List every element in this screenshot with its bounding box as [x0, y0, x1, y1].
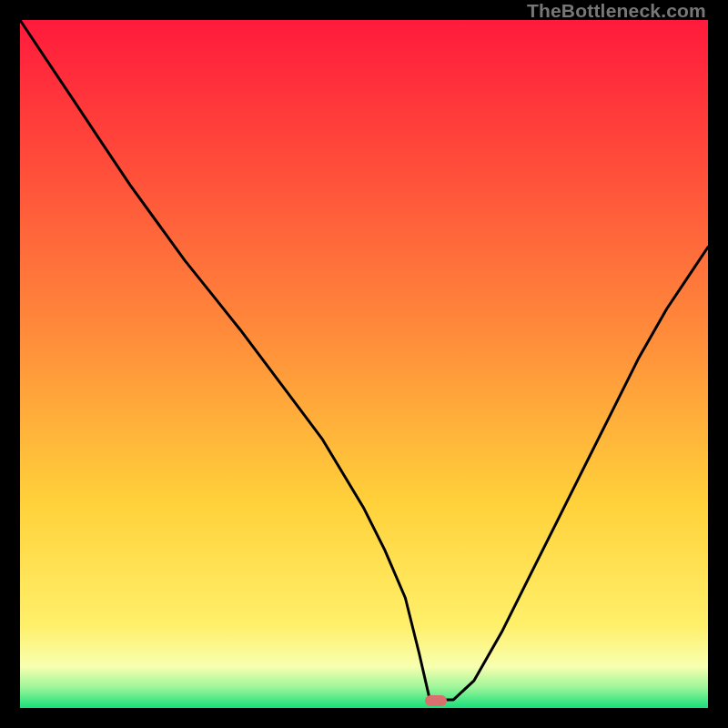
- watermark-text: TheBottleneck.com: [527, 0, 706, 22]
- optimal-marker: [425, 695, 447, 706]
- chart-frame: TheBottleneck.com: [0, 0, 728, 728]
- plot-area: [20, 20, 708, 708]
- bottleneck-curve: [20, 20, 708, 708]
